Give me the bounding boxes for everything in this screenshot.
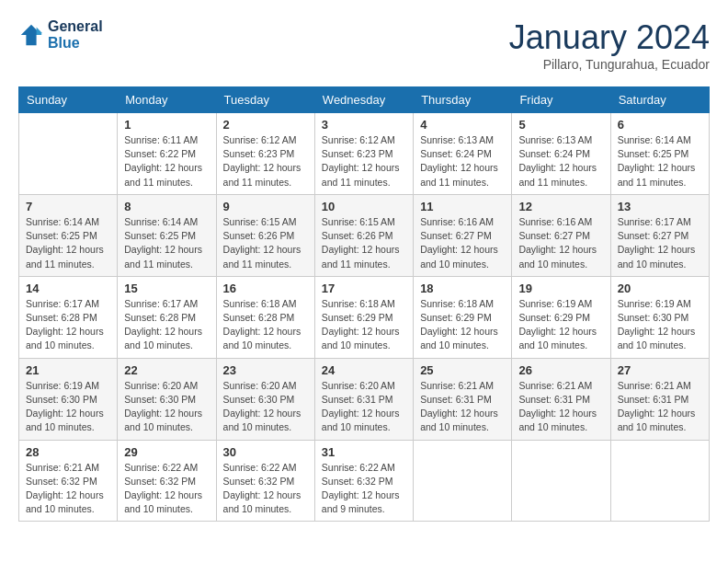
month-title: January 2024 xyxy=(509,18,710,57)
day-number: 25 xyxy=(420,363,505,377)
weekday-header: Friday xyxy=(512,87,610,113)
day-info: Sunrise: 6:11 AMSunset: 6:22 PMDaylight:… xyxy=(124,133,209,190)
day-info: Sunrise: 6:16 AMSunset: 6:27 PMDaylight:… xyxy=(518,215,603,271)
calendar-cell: 28Sunrise: 6:21 AMSunset: 6:32 PMDayligh… xyxy=(19,440,118,522)
day-number: 1 xyxy=(124,118,209,132)
calendar-cell: 12Sunrise: 6:16 AMSunset: 6:27 PMDayligh… xyxy=(512,194,610,276)
calendar-table: SundayMondayTuesdayWednesdayThursdayFrid… xyxy=(18,86,710,522)
day-number: 15 xyxy=(124,282,209,295)
svg-marker-1 xyxy=(37,28,42,35)
day-info: Sunrise: 6:21 AMSunset: 6:31 PMDaylight:… xyxy=(420,379,505,435)
calendar-cell: 11Sunrise: 6:16 AMSunset: 6:27 PMDayligh… xyxy=(414,194,512,276)
day-info: Sunrise: 6:21 AMSunset: 6:31 PMDaylight:… xyxy=(518,379,603,435)
calendar-cell: 16Sunrise: 6:18 AMSunset: 6:28 PMDayligh… xyxy=(216,276,314,358)
logo-icon xyxy=(18,22,44,48)
day-number: 20 xyxy=(618,282,702,295)
calendar-cell xyxy=(414,440,512,522)
weekday-header: Wednesday xyxy=(314,87,413,113)
calendar-cell: 26Sunrise: 6:21 AMSunset: 6:31 PMDayligh… xyxy=(512,358,610,440)
calendar-cell xyxy=(610,440,709,522)
logo-general: General xyxy=(48,18,103,35)
calendar-cell: 14Sunrise: 6:17 AMSunset: 6:28 PMDayligh… xyxy=(19,276,118,358)
calendar-cell: 8Sunrise: 6:14 AMSunset: 6:25 PMDaylight… xyxy=(118,194,216,276)
logo: General Blue xyxy=(18,18,103,52)
day-number: 8 xyxy=(124,200,209,213)
day-number: 30 xyxy=(223,445,308,459)
day-info: Sunrise: 6:20 AMSunset: 6:30 PMDaylight:… xyxy=(124,379,209,435)
day-info: Sunrise: 6:18 AMSunset: 6:29 PMDaylight:… xyxy=(420,297,505,353)
day-number: 10 xyxy=(322,200,406,213)
day-number: 6 xyxy=(618,118,702,132)
calendar-cell: 3Sunrise: 6:12 AMSunset: 6:23 PMDaylight… xyxy=(314,113,413,195)
day-info: Sunrise: 6:19 AMSunset: 6:30 PMDaylight:… xyxy=(618,297,702,353)
calendar-cell: 30Sunrise: 6:22 AMSunset: 6:32 PMDayligh… xyxy=(216,440,314,522)
calendar-cell xyxy=(512,440,610,522)
day-info: Sunrise: 6:12 AMSunset: 6:23 PMDaylight:… xyxy=(322,133,406,190)
day-info: Sunrise: 6:17 AMSunset: 6:28 PMDaylight:… xyxy=(124,297,209,353)
day-info: Sunrise: 6:19 AMSunset: 6:29 PMDaylight:… xyxy=(518,297,603,353)
day-number: 23 xyxy=(223,363,308,377)
calendar-cell: 27Sunrise: 6:21 AMSunset: 6:31 PMDayligh… xyxy=(610,358,709,440)
calendar-cell: 19Sunrise: 6:19 AMSunset: 6:29 PMDayligh… xyxy=(512,276,610,358)
day-number: 7 xyxy=(26,200,110,213)
calendar-cell: 9Sunrise: 6:15 AMSunset: 6:26 PMDaylight… xyxy=(216,194,314,276)
calendar-cell: 25Sunrise: 6:21 AMSunset: 6:31 PMDayligh… xyxy=(414,358,512,440)
day-number: 4 xyxy=(420,118,505,132)
weekday-header: Monday xyxy=(118,87,216,113)
day-info: Sunrise: 6:20 AMSunset: 6:30 PMDaylight:… xyxy=(223,379,308,435)
day-info: Sunrise: 6:15 AMSunset: 6:26 PMDaylight:… xyxy=(322,215,406,271)
calendar-week-row: 28Sunrise: 6:21 AMSunset: 6:32 PMDayligh… xyxy=(19,440,710,522)
day-info: Sunrise: 6:16 AMSunset: 6:27 PMDaylight:… xyxy=(420,215,505,271)
calendar-cell: 31Sunrise: 6:22 AMSunset: 6:32 PMDayligh… xyxy=(314,440,413,522)
day-number: 22 xyxy=(124,363,209,377)
day-info: Sunrise: 6:18 AMSunset: 6:29 PMDaylight:… xyxy=(322,297,406,353)
location-subtitle: Pillaro, Tungurahua, Ecuador xyxy=(509,57,710,72)
page-header: General Blue January 2024 Pillaro, Tungu… xyxy=(18,18,710,72)
day-info: Sunrise: 6:17 AMSunset: 6:27 PMDaylight:… xyxy=(618,215,702,271)
day-number: 17 xyxy=(322,282,406,295)
calendar-cell: 20Sunrise: 6:19 AMSunset: 6:30 PMDayligh… xyxy=(610,276,709,358)
calendar-cell: 4Sunrise: 6:13 AMSunset: 6:24 PMDaylight… xyxy=(414,113,512,195)
day-info: Sunrise: 6:22 AMSunset: 6:32 PMDaylight:… xyxy=(322,461,406,517)
calendar-cell: 5Sunrise: 6:13 AMSunset: 6:24 PMDaylight… xyxy=(512,113,610,195)
calendar-cell: 23Sunrise: 6:20 AMSunset: 6:30 PMDayligh… xyxy=(216,358,314,440)
weekday-header: Sunday xyxy=(19,87,118,113)
day-number: 3 xyxy=(322,118,406,132)
weekday-header: Saturday xyxy=(610,87,709,113)
day-info: Sunrise: 6:22 AMSunset: 6:32 PMDaylight:… xyxy=(124,461,209,517)
day-number: 18 xyxy=(420,282,505,295)
calendar-week-row: 1Sunrise: 6:11 AMSunset: 6:22 PMDaylight… xyxy=(19,113,710,195)
calendar-cell: 15Sunrise: 6:17 AMSunset: 6:28 PMDayligh… xyxy=(118,276,216,358)
calendar-week-row: 7Sunrise: 6:14 AMSunset: 6:25 PMDaylight… xyxy=(19,194,710,276)
day-info: Sunrise: 6:12 AMSunset: 6:23 PMDaylight:… xyxy=(223,133,308,190)
calendar-cell: 2Sunrise: 6:12 AMSunset: 6:23 PMDaylight… xyxy=(216,113,314,195)
calendar-cell: 10Sunrise: 6:15 AMSunset: 6:26 PMDayligh… xyxy=(314,194,413,276)
calendar-week-row: 21Sunrise: 6:19 AMSunset: 6:30 PMDayligh… xyxy=(19,358,710,440)
weekday-header: Tuesday xyxy=(216,87,314,113)
day-info: Sunrise: 6:13 AMSunset: 6:24 PMDaylight:… xyxy=(518,133,603,190)
day-info: Sunrise: 6:14 AMSunset: 6:25 PMDaylight:… xyxy=(26,215,110,271)
calendar-cell: 18Sunrise: 6:18 AMSunset: 6:29 PMDayligh… xyxy=(414,276,512,358)
calendar-cell: 6Sunrise: 6:14 AMSunset: 6:25 PMDaylight… xyxy=(610,113,709,195)
day-number: 31 xyxy=(322,445,406,459)
calendar-cell xyxy=(19,113,118,195)
calendar-cell: 29Sunrise: 6:22 AMSunset: 6:32 PMDayligh… xyxy=(118,440,216,522)
day-info: Sunrise: 6:21 AMSunset: 6:32 PMDaylight:… xyxy=(26,461,110,517)
weekday-header: Thursday xyxy=(414,87,512,113)
day-info: Sunrise: 6:22 AMSunset: 6:32 PMDaylight:… xyxy=(223,461,308,517)
day-info: Sunrise: 6:21 AMSunset: 6:31 PMDaylight:… xyxy=(618,379,702,435)
day-number: 27 xyxy=(618,363,702,377)
calendar-cell: 13Sunrise: 6:17 AMSunset: 6:27 PMDayligh… xyxy=(610,194,709,276)
day-number: 19 xyxy=(518,282,603,295)
day-number: 13 xyxy=(618,200,702,213)
weekday-header-row: SundayMondayTuesdayWednesdayThursdayFrid… xyxy=(19,87,710,113)
day-info: Sunrise: 6:20 AMSunset: 6:31 PMDaylight:… xyxy=(322,379,406,435)
day-info: Sunrise: 6:15 AMSunset: 6:26 PMDaylight:… xyxy=(223,215,308,271)
calendar-cell: 21Sunrise: 6:19 AMSunset: 6:30 PMDayligh… xyxy=(19,358,118,440)
day-number: 12 xyxy=(518,200,603,213)
day-info: Sunrise: 6:19 AMSunset: 6:30 PMDaylight:… xyxy=(26,379,110,435)
day-number: 5 xyxy=(518,118,603,132)
calendar-cell: 17Sunrise: 6:18 AMSunset: 6:29 PMDayligh… xyxy=(314,276,413,358)
calendar-cell: 1Sunrise: 6:11 AMSunset: 6:22 PMDaylight… xyxy=(118,113,216,195)
day-number: 14 xyxy=(26,282,110,295)
